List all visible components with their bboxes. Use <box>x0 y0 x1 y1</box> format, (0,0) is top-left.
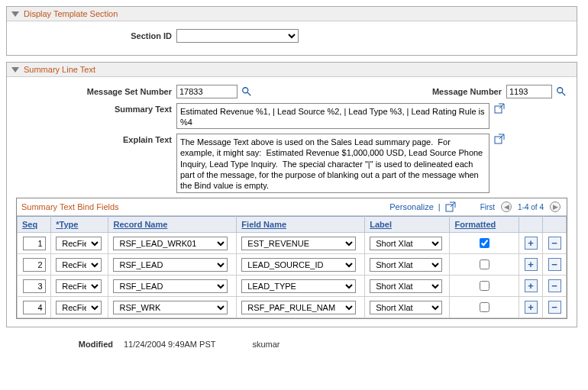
field-name-select[interactable]: RSF_PAF_RULE_NAM <box>241 301 356 314</box>
svg-point-2 <box>557 88 563 93</box>
field-name-select[interactable]: LEAD_TYPE <box>241 279 356 293</box>
type-select[interactable]: RecFie <box>56 301 102 314</box>
message-number-input[interactable] <box>506 85 552 98</box>
grid-next-icon[interactable]: ▶ <box>550 201 561 212</box>
summary-line-text-section: Summary Line Text Message Set Number Mes… <box>6 62 577 327</box>
field-name-select[interactable]: LEAD_SOURCE_ID <box>241 258 356 272</box>
record-name-select[interactable]: RSF_WRK <box>113 301 228 314</box>
col-formatted[interactable]: Formatted <box>450 217 519 233</box>
record-name-select[interactable]: RSF_LEAD_WRK01 <box>113 237 228 250</box>
col-record[interactable]: Record Name <box>108 217 237 233</box>
delete-row-button[interactable]: − <box>548 279 561 292</box>
bind-fields-grid: Summary Text Bind Fields Personalize | F… <box>16 198 567 319</box>
type-select[interactable]: RecFie <box>56 279 102 293</box>
type-select[interactable]: RecFie <box>56 258 102 272</box>
message-set-number-input[interactable] <box>176 85 237 98</box>
add-row-button[interactable]: + <box>525 237 538 250</box>
modified-by: skumar <box>252 340 279 349</box>
collapse-icon[interactable] <box>11 11 19 17</box>
grid-first-label[interactable]: First <box>480 203 495 211</box>
add-row-button[interactable]: + <box>525 258 538 271</box>
collapse-icon[interactable] <box>11 67 19 73</box>
svg-point-0 <box>243 88 248 93</box>
message-set-number-label: Message Set Number <box>16 87 176 96</box>
record-name-select[interactable]: RSF_LEAD <box>113 258 228 272</box>
personalize-link[interactable]: Personalize <box>389 202 433 211</box>
col-seq[interactable]: Seq <box>18 217 51 233</box>
grid-title: Summary Text Bind Fields <box>21 202 119 211</box>
section-title: Summary Line Text <box>24 65 95 74</box>
delete-row-button[interactable]: − <box>548 258 561 271</box>
delete-row-button[interactable]: − <box>548 237 561 250</box>
table-row: RecFieRSF_LEADLEAD_TYPEShort Xlat+− <box>18 276 567 297</box>
section-title: Display Template Section <box>24 9 118 18</box>
add-row-button[interactable]: + <box>525 279 538 292</box>
seq-input[interactable] <box>23 237 46 250</box>
message-number-label: Message Number <box>432 87 506 96</box>
col-label[interactable]: Label <box>365 217 450 233</box>
grid-prev-icon[interactable]: ◀ <box>501 201 512 212</box>
section-id-label: Section ID <box>16 31 176 40</box>
modified-footer: Modified 11/24/2004 9:49AM PST skumar <box>6 334 577 349</box>
col-type[interactable]: *Type <box>51 217 108 233</box>
section-id-select[interactable] <box>176 29 299 43</box>
seq-input[interactable] <box>23 258 46 272</box>
record-name-select[interactable]: RSF_LEAD <box>113 279 228 293</box>
label-select[interactable]: Short Xlat <box>370 279 442 293</box>
separator: | <box>438 202 441 211</box>
type-select[interactable]: RecFie <box>56 237 102 250</box>
explain-text-textarea[interactable] <box>176 134 489 193</box>
table-row: RecFieRSF_WRKRSF_PAF_RULE_NAMShort Xlat+… <box>18 297 567 318</box>
formatted-checkbox[interactable] <box>480 238 489 248</box>
svg-line-1 <box>247 92 250 95</box>
expand-icon[interactable] <box>494 134 505 144</box>
table-row: RecFieRSF_LEAD_WRK01EST_REVENUEShort Xla… <box>18 233 567 254</box>
display-template-section: Display Template Section Section ID <box>6 6 577 56</box>
modified-date: 11/24/2004 9:49AM PST <box>124 340 215 349</box>
col-field[interactable]: Field Name <box>237 217 365 233</box>
delete-row-button[interactable]: − <box>548 301 561 314</box>
section-header[interactable]: Display Template Section <box>7 7 577 21</box>
add-row-button[interactable]: + <box>525 301 538 314</box>
grid-range: 1-4 of 4 <box>518 203 544 211</box>
seq-input[interactable] <box>23 301 46 314</box>
modified-label: Modified <box>52 340 113 349</box>
section-header[interactable]: Summary Line Text <box>7 63 577 77</box>
expand-icon[interactable] <box>494 103 505 114</box>
field-name-select[interactable]: EST_REVENUE <box>241 237 356 250</box>
zoom-grid-icon[interactable] <box>445 201 456 212</box>
lookup-icon[interactable] <box>241 85 253 98</box>
explain-text-label: Explain Text <box>16 134 176 144</box>
svg-line-3 <box>562 92 565 95</box>
lookup-icon[interactable] <box>555 85 567 98</box>
formatted-checkbox[interactable] <box>480 259 489 269</box>
formatted-checkbox[interactable] <box>480 302 489 312</box>
formatted-checkbox[interactable] <box>480 281 489 291</box>
summary-text-label: Summary Text <box>16 103 176 114</box>
grid-header-row: Seq *Type Record Name Field Name Label F… <box>18 217 567 233</box>
label-select[interactable]: Short Xlat <box>370 301 442 314</box>
seq-input[interactable] <box>23 279 46 293</box>
summary-text-textarea[interactable] <box>176 103 489 129</box>
table-row: RecFieRSF_LEADLEAD_SOURCE_IDShort Xlat+− <box>18 254 567 276</box>
label-select[interactable]: Short Xlat <box>370 258 442 272</box>
label-select[interactable]: Short Xlat <box>370 237 442 250</box>
